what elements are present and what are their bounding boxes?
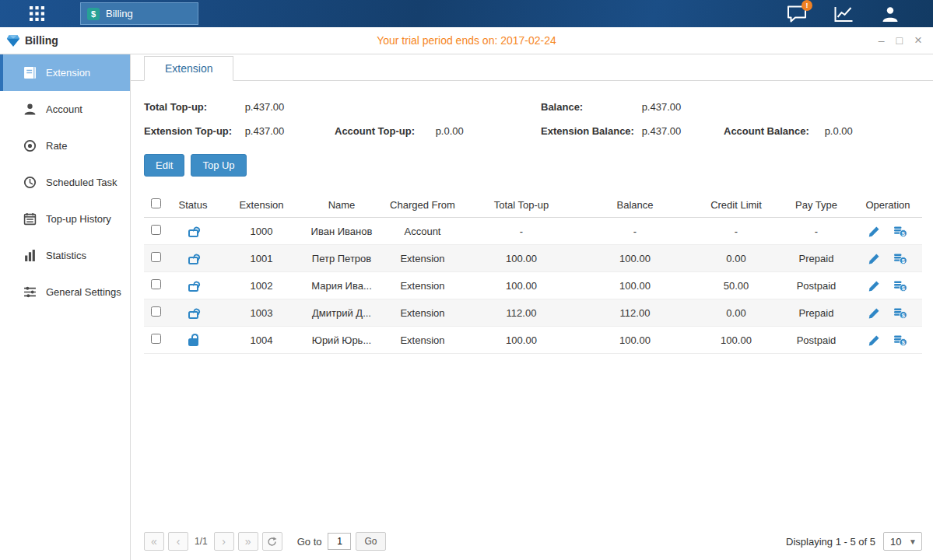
prev-page-button[interactable]: ‹ <box>168 532 188 551</box>
page-size-select[interactable]: 10 ▼ <box>883 532 922 551</box>
grid-icon <box>30 6 44 21</box>
cell-charged-from: Extension <box>379 245 466 272</box>
goto-page-input[interactable] <box>328 533 351 550</box>
sidebar-item-label: Statistics <box>46 250 86 261</box>
sidebar-item-general-settings[interactable]: General Settings <box>0 274 130 310</box>
billing-app-window: $ Billing ! Billing Your trial period en… <box>0 0 933 560</box>
col-operation: Operation <box>854 192 922 218</box>
cell-name: Дмитрий Д... <box>304 299 379 327</box>
topup-money-icon[interactable]: $ <box>893 253 907 264</box>
extension-icon <box>23 66 37 79</box>
extension-table: Status Extension Name Charged From Total… <box>144 192 922 354</box>
cell-name: Петр Петров <box>304 245 379 272</box>
sidebar-item-label: Scheduled Task <box>46 177 118 188</box>
edit-icon[interactable] <box>868 280 880 292</box>
window-title: Billing <box>25 34 58 47</box>
refresh-button[interactable] <box>262 532 282 551</box>
topup-money-icon[interactable]: $ <box>893 307 907 319</box>
topup-money-icon[interactable]: $ <box>893 280 907 292</box>
cell-charged-from: Extension <box>379 299 466 327</box>
cell-extension: 1001 <box>219 245 304 272</box>
cell-extension: 1000 <box>219 218 304 245</box>
summary-extension-balance: Extension Balance: p.437.00 <box>541 125 724 137</box>
first-page-button[interactable]: « <box>144 532 164 551</box>
summary-label: Total Top-up: <box>144 101 242 113</box>
page-info: 1/1 <box>195 536 208 547</box>
table-row: 1003 Дмитрий Д... Extension 112.00 112.0… <box>144 299 922 327</box>
pagination-bar: « ‹ 1/1 › » Go to Go Displaying 1 - 5 of… <box>144 532 922 551</box>
col-total-topup: Total Top-up <box>466 192 577 218</box>
cell-total-topup: 100.00 <box>466 272 577 299</box>
edit-icon[interactable] <box>868 334 880 346</box>
col-balance: Balance <box>577 192 693 218</box>
topup-money-icon[interactable]: $ <box>893 334 907 346</box>
sidebar-item-statistics[interactable]: Statistics <box>0 237 130 274</box>
cell-credit-limit: 100.00 <box>693 327 779 354</box>
billing-app-tab[interactable]: $ Billing <box>80 2 198 25</box>
line-chart-icon <box>833 5 854 23</box>
row-checkbox[interactable] <box>151 252 161 262</box>
user-account-icon[interactable] <box>881 5 900 23</box>
app-launcher-icon[interactable] <box>30 6 44 21</box>
calendar-icon <box>23 212 37 226</box>
status-lock-icon <box>188 311 198 319</box>
cell-balance: 100.00 <box>577 327 693 354</box>
cell-pay-type: - <box>779 218 854 245</box>
sidebar-item-rate[interactable]: Rate <box>0 128 130 164</box>
cell-extension: 1003 <box>219 299 304 327</box>
action-buttons: Edit Top Up <box>144 154 922 177</box>
status-lock-icon <box>188 257 198 264</box>
cell-total-topup: 112.00 <box>466 299 577 327</box>
messages-icon[interactable]: ! <box>787 5 807 23</box>
next-page-button[interactable]: › <box>214 532 234 551</box>
content-area: Total Top-up: p.437.00 Balance: p.437.00… <box>131 81 933 560</box>
edit-icon[interactable] <box>868 253 880 264</box>
table-row: 1004 Юрий Юрь... Extension 100.00 100.00… <box>144 327 922 354</box>
titlebar: Billing Your trial period ends on: 2017-… <box>0 27 933 54</box>
main-panel: Extension Total Top-up: p.437.00 Balance… <box>131 54 933 560</box>
row-checkbox[interactable] <box>151 334 161 344</box>
dollar-icon: $ <box>87 8 100 20</box>
cell-pay-type: Postpaid <box>779 327 854 354</box>
refresh-icon <box>267 537 277 547</box>
minimize-icon[interactable]: – <box>879 35 885 46</box>
cell-pay-type: Prepaid <box>779 299 854 327</box>
maximize-icon[interactable]: □ <box>896 35 903 46</box>
row-checkbox[interactable] <box>151 279 161 289</box>
app-tab-label: Billing <box>106 8 133 19</box>
close-icon[interactable]: × <box>914 35 922 46</box>
col-pay-type: Pay Type <box>779 192 854 218</box>
edit-icon[interactable] <box>868 226 880 237</box>
select-all-checkbox[interactable] <box>151 198 161 208</box>
sidebar-item-extension[interactable]: Extension <box>0 54 130 91</box>
table-row: 1000 Иван Иванов Account - - - - $ <box>144 218 922 245</box>
status-lock-icon <box>188 229 198 237</box>
sidebar-item-topup-history[interactable]: Top-up History <box>0 201 130 237</box>
cell-pay-type: Prepaid <box>779 245 854 272</box>
sidebar-item-account[interactable]: Account <box>0 91 130 128</box>
summary-value: p.437.00 <box>642 101 682 113</box>
summary-balance: Balance: p.437.00 <box>541 101 724 113</box>
cell-charged-from: Extension <box>379 272 466 299</box>
sidebar-item-label: Account <box>46 103 82 115</box>
edit-icon[interactable] <box>868 307 880 319</box>
statistics-chart-icon[interactable] <box>833 5 854 23</box>
cell-credit-limit: 0.00 <box>693 299 779 327</box>
goto-label: Go to <box>297 536 322 548</box>
tabstrip: Extension <box>131 54 933 81</box>
row-checkbox[interactable] <box>151 225 161 235</box>
row-checkbox[interactable] <box>151 306 161 317</box>
topup-money-icon[interactable]: $ <box>893 226 907 237</box>
last-page-button[interactable]: » <box>238 532 258 551</box>
top-up-button[interactable]: Top Up <box>191 154 246 177</box>
clock-icon <box>23 176 37 189</box>
edit-button[interactable]: Edit <box>144 154 184 177</box>
sidebar-item-scheduled-task[interactable]: Scheduled Task <box>0 164 130 201</box>
go-button[interactable]: Go <box>356 532 385 551</box>
sidebar-item-label: Top-up History <box>46 213 111 225</box>
cell-balance: 100.00 <box>577 272 693 299</box>
tab-extension[interactable]: Extension <box>144 56 233 81</box>
cell-total-topup: 100.00 <box>466 327 577 354</box>
summary-value: p.437.00 <box>642 125 682 137</box>
summary-value: p.0.00 <box>436 125 464 137</box>
